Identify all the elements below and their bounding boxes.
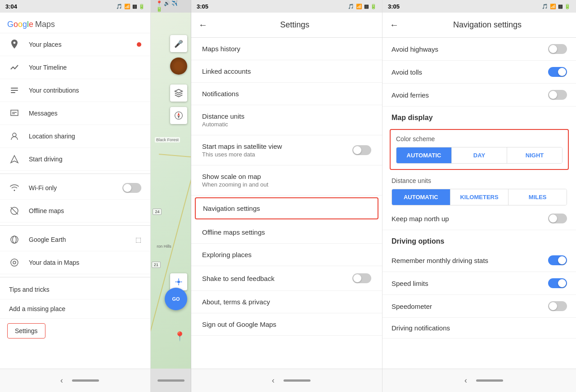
sidebar-item-wifi-only[interactable]: Wi-Fi only [0,177,150,200]
route-badge: 24 [153,209,162,215]
offline-maps-settings-title: Offline maps settings [202,228,371,236]
settings-button[interactable]: Settings [7,323,45,339]
sidebar-item-tips[interactable]: Tips and tricks [0,280,150,299]
avoid-ferries-toggle[interactable] [548,90,567,100]
avatar-button[interactable] [170,58,187,75]
sidebar-item-your-places[interactable]: Your places [0,33,150,56]
distance-automatic-btn[interactable]: AUTOMATIC [392,189,450,205]
speedometer-toggle[interactable] [548,301,567,311]
keep-north-up-label: Keep map north up [392,215,449,223]
home-indicator-map[interactable] [158,379,184,382]
your-contributions-label: Your contributions [29,87,141,94]
avoid-ferries-row[interactable]: Avoid ferries [382,84,576,107]
driving-notifs-row[interactable]: Driving notifications [382,318,576,339]
distance-units-subtitle: Automatic [202,121,371,128]
exploring-places-title: Exploring places [202,251,371,258]
speedometer-row[interactable]: Speedometer [382,295,576,318]
wifi-toggle-switch[interactable] [122,183,141,193]
settings-item-offline-maps-settings[interactable]: Offline maps settings [191,221,382,244]
settings-item-shake-feedback[interactable]: Shake to send feedback [191,266,382,291]
mic-button[interactable]: 🎤 [170,35,187,52]
sidebar-item-add-place[interactable]: Add a missing place [0,299,150,319]
avoid-tolls-toggle[interactable] [548,67,567,77]
offline-maps-icon [9,205,20,216]
maps-logo-text: Maps [35,20,55,29]
back-chevron-1[interactable]: ‹ [51,376,72,385]
settings-panel: 3:05 🎵 📶 ▤ 🔋 ← Settings Maps history Lin… [191,0,382,392]
back-chevron-4[interactable]: ‹ [455,376,476,385]
settings-item-linked-accounts[interactable]: Linked accounts [191,60,382,83]
sidebar-item-location-sharing[interactable]: Location sharing [0,125,150,148]
contributions-icon [9,85,20,96]
layers-button[interactable] [170,85,187,102]
status-icons-4: 🎵 📶 ▤ 🔋 [542,4,571,9]
speed-limits-label: Speed limits [392,280,428,287]
settings-item-about-terms[interactable]: About, terms & privacy [191,291,382,313]
speed-limits-knob [558,279,566,287]
color-scheme-day-btn[interactable]: DAY [452,147,507,163]
navigation-settings-list: Avoid highways Avoid tolls Avoid ferries… [382,38,576,369]
settings-item-maps-history[interactable]: Maps history [191,38,382,60]
settings-item-notifications[interactable]: Notifications [191,83,382,105]
sidebar-item-start-driving[interactable]: Start driving [0,148,150,171]
shake-toggle[interactable] [352,273,371,283]
keep-north-up-toggle[interactable] [548,214,567,223]
home-indicator-3[interactable] [284,379,310,382]
color-scheme-night-btn[interactable]: NIGHT [507,147,562,163]
color-scheme-automatic-btn[interactable]: AUTOMATIC [396,147,452,163]
route-badge-2: 21 [152,262,161,268]
settings-item-navigation-settings[interactable]: Navigation settings [195,197,378,219]
distance-km-btn[interactable]: KILOMETERS [450,189,509,205]
keep-north-up-row[interactable]: Keep map north up [382,207,576,230]
sidebar-item-messages[interactable]: Messages [0,102,150,125]
sidebar-item-your-timeline[interactable]: Your Timeline [0,56,150,79]
start-driving-label: Start driving [29,156,141,163]
settings-item-distance-units[interactable]: Distance units Automatic [191,105,382,135]
status-bar-1: 3:04 🎵 📶 ▤ 🔋 [0,0,150,13]
speed-limits-toggle[interactable] [548,278,567,288]
avoid-tolls-row[interactable]: Avoid tolls [382,61,576,84]
compass-button[interactable] [170,107,187,124]
driving-options-section-header: Driving options [382,230,576,249]
distance-miles-btn[interactable]: MILES [508,189,567,205]
signal-icon: 📶 [124,4,130,9]
avoid-highways-row[interactable]: Avoid highways [382,38,576,61]
settings-item-satellite-view[interactable]: Start maps in satellite view This uses m… [191,135,382,165]
monthly-stats-row[interactable]: Remember monthly driving stats [382,249,576,272]
nav-settings-back-button[interactable]: ← [390,20,399,30]
settings-list: Maps history Linked accounts Notificatio… [191,38,382,369]
monthly-stats-toggle[interactable] [548,255,567,265]
tips-label: Tips and tricks [9,286,141,293]
sidebar-item-google-earth[interactable]: Google Earth ⬚ [0,228,150,251]
sidebar-item-your-data[interactable]: Your data in Maps [0,251,150,274]
wifi-icon-4: ▤ [558,4,562,9]
avoid-highways-toggle[interactable] [548,44,567,54]
satellite-view-title: Start maps in satellite view [202,143,352,150]
map-panel: 📍 🔊 ✈️ 🔋 🎤 Black Forest 24 ron Hills 21 … [151,0,191,392]
notifications-title: Notifications [202,90,371,98]
nav-settings-screen-header: ← Navigation settings [382,13,576,38]
go-button[interactable]: GO [165,288,187,310]
speed-limits-row[interactable]: Speed limits [382,272,576,295]
battery-icon-3: 🔋 [370,4,377,9]
home-indicator-1[interactable] [72,379,99,382]
your-data-label: Your data in Maps [29,259,141,266]
satellite-toggle[interactable] [352,145,371,155]
settings-item-sign-out[interactable]: Sign out of Google Maps [191,313,382,336]
linked-accounts-title: Linked accounts [202,67,371,75]
map-display-section-header: Map display [382,107,576,125]
home-indicator-4[interactable] [476,379,503,382]
monthly-stats-knob [558,256,566,264]
back-chevron-3[interactable]: ‹ [263,376,284,385]
settings-item-exploring-places[interactable]: Exploring places [191,244,382,266]
sidebar-item-your-contributions[interactable]: Your contributions [0,79,150,102]
nav-list: Your places Your Timeline Your contribut… [0,33,150,369]
settings-item-show-scale[interactable]: Show scale on map When zooming in and ou… [191,165,382,196]
settings-back-button[interactable]: ← [198,20,207,30]
navigation-settings-title: Navigation settings [203,205,370,212]
google-earth-arrow: ⬚ [135,236,141,243]
settings-screen-header: ← Settings [191,13,382,38]
avoid-ferries-knob [549,91,557,99]
bottom-nav-1: ‹ [0,369,150,392]
sidebar-item-offline-maps[interactable]: Offline maps [0,200,150,223]
